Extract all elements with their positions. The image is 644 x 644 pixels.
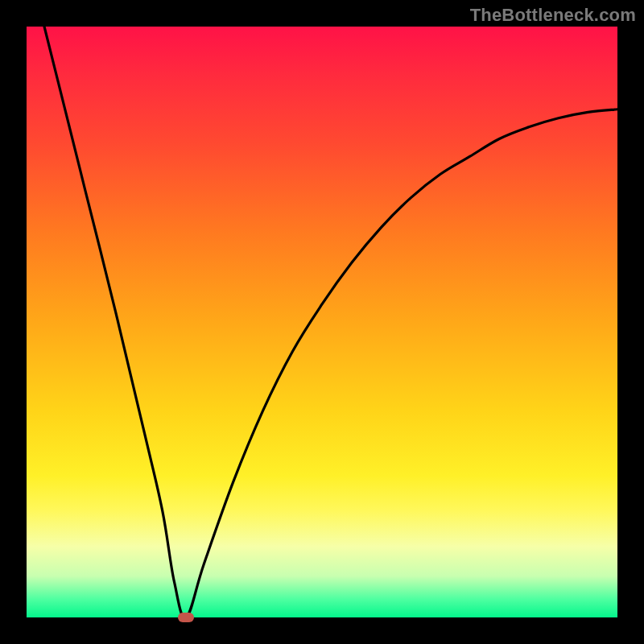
chart-frame: TheBottleneck.com — [0, 0, 644, 644]
plot-area — [27, 27, 617, 617]
watermark-text: TheBottleneck.com — [470, 5, 636, 26]
minimum-marker — [178, 613, 194, 622]
bottleneck-curve — [27, 27, 617, 617]
